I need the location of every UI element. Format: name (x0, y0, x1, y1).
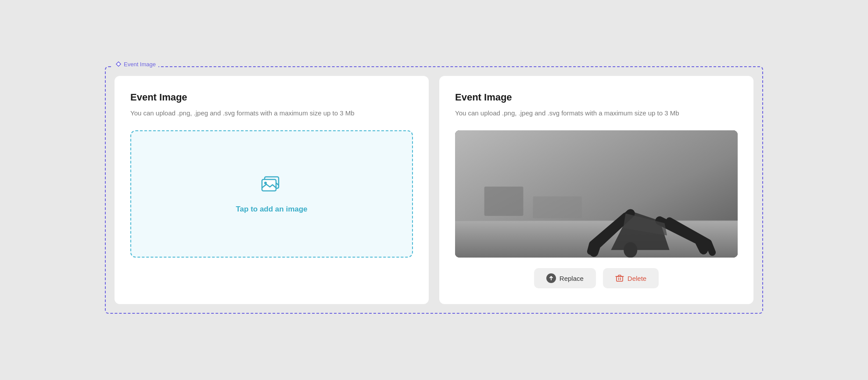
svg-point-9 (624, 242, 637, 258)
diamond-icon (115, 61, 122, 67)
right-panel-title: Event Image (455, 92, 738, 103)
upload-label-text: Tap to add an image (236, 205, 307, 214)
svg-rect-10 (617, 276, 623, 281)
left-panel: Event Image You can upload .png, .jpeg a… (115, 76, 429, 305)
left-panel-title: Event Image (130, 92, 413, 103)
yoga-pose-svg (455, 130, 738, 258)
right-panel: Event Image You can upload .png, .jpeg a… (439, 76, 753, 305)
replace-button[interactable]: Replace (534, 268, 596, 288)
right-panel-description: You can upload .png, .jpeg and .svg form… (455, 108, 738, 118)
action-buttons-container: Replace Delete (455, 268, 738, 288)
yoga-image (455, 130, 738, 258)
component-label: Event Image (113, 61, 158, 68)
image-upload-svg (260, 174, 283, 195)
replace-label: Replace (560, 275, 584, 282)
delete-button[interactable]: Delete (603, 268, 659, 288)
panels-container: Event Image You can upload .png, .jpeg a… (115, 76, 753, 305)
svg-rect-8 (533, 197, 582, 219)
image-preview-container (455, 130, 738, 258)
upload-icon (260, 174, 283, 197)
event-image-component: Event Image Event Image You can upload .… (105, 66, 763, 314)
image-upload-area[interactable]: Tap to add an image (130, 130, 413, 258)
svg-rect-2 (262, 179, 276, 191)
svg-rect-7 (484, 187, 524, 216)
delete-label: Delete (628, 275, 646, 282)
trash-icon (615, 274, 624, 283)
left-panel-description: You can upload .png, .jpeg and .svg form… (130, 108, 413, 118)
replace-icon (546, 273, 556, 283)
component-label-text: Event Image (124, 61, 156, 68)
